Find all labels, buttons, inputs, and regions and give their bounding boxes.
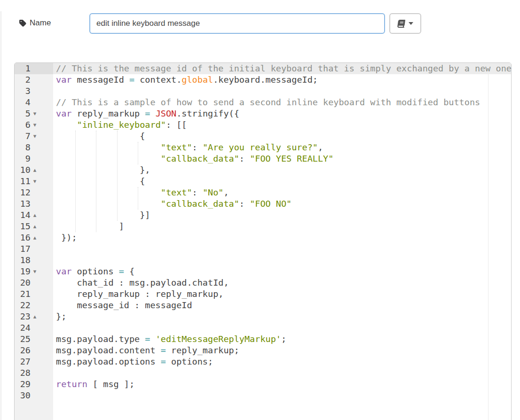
gutter-line-number: 2 bbox=[15, 74, 53, 86]
code-token: "text" bbox=[161, 142, 192, 152]
code-token: reply_markup bbox=[71, 109, 145, 118]
tag-icon bbox=[19, 19, 27, 27]
code-line[interactable]: }; bbox=[53, 311, 511, 322]
code-line[interactable]: msg.payload.options = options; bbox=[53, 356, 511, 367]
code-line[interactable]: message_id : messageId bbox=[53, 300, 511, 311]
gutter-line-number: 19▾ bbox=[15, 266, 53, 277]
code-line[interactable]: chat_id : msg.payload.chatId, bbox=[53, 277, 511, 288]
dialog-left-edge bbox=[0, 11, 1, 420]
code-line[interactable]: "callback_data": "FOO NO" bbox=[53, 198, 511, 210]
code-token: "inline_keyboard" bbox=[77, 120, 166, 130]
code-line[interactable]: }, bbox=[53, 164, 511, 176]
code-line[interactable]: var reply_markup = JSON.stringify({ bbox=[53, 108, 511, 119]
fold-close-icon[interactable]: ▴ bbox=[31, 210, 39, 221]
code-token: : bbox=[192, 187, 203, 197]
code-line[interactable]: reply_markup : reply_markup, bbox=[53, 288, 511, 300]
code-line[interactable] bbox=[53, 390, 511, 401]
gutter-line-number: 20 bbox=[15, 277, 53, 288]
fold-close-icon[interactable]: ▴ bbox=[31, 221, 39, 232]
book-icon bbox=[397, 20, 406, 28]
code-token: // This is the message id of the initial… bbox=[56, 63, 511, 73]
code-editor[interactable]: 12345▾6▾7▾8910▴11▾121314▴15▴16▴171819▾20… bbox=[14, 62, 512, 420]
fold-open-icon[interactable]: ▾ bbox=[31, 108, 39, 119]
code-line[interactable]: }] bbox=[53, 210, 511, 221]
name-input[interactable] bbox=[89, 13, 385, 34]
code-line[interactable] bbox=[53, 86, 511, 97]
gutter-line-number: 29 bbox=[15, 379, 53, 390]
gutter-line-number: 11▾ bbox=[15, 176, 53, 187]
code-token: [ msg ]; bbox=[87, 379, 134, 389]
code-line[interactable] bbox=[53, 367, 511, 379]
code-token: var bbox=[56, 75, 71, 85]
code-token: : bbox=[239, 154, 250, 163]
code-token: msg.payload.content bbox=[56, 345, 161, 355]
code-token: }, bbox=[56, 165, 150, 175]
gutter-line-number: 23▴ bbox=[15, 311, 53, 322]
code-token: options bbox=[71, 266, 118, 276]
fold-close-icon[interactable]: ▴ bbox=[31, 232, 39, 243]
code-token: "No" bbox=[203, 187, 224, 197]
code-token: message_id : messageId bbox=[56, 300, 192, 310]
code-token: reply_markup; bbox=[166, 345, 239, 355]
code-token: }); bbox=[56, 233, 77, 242]
code-token bbox=[56, 120, 77, 130]
gutter-line-number: 7▾ bbox=[15, 131, 53, 142]
code-token bbox=[56, 142, 161, 152]
code-token: { bbox=[124, 266, 134, 276]
code-line[interactable]: var messageId = context.global.keyboard.… bbox=[53, 74, 511, 86]
code-token: = bbox=[145, 334, 150, 344]
fold-close-icon[interactable]: ▴ bbox=[31, 311, 39, 322]
gutter-line-number: 12 bbox=[15, 187, 53, 198]
editor-code-area[interactable]: // This is the message id of the initial… bbox=[53, 63, 511, 420]
code-line[interactable]: var options = { bbox=[53, 266, 511, 277]
fold-open-icon[interactable]: ▾ bbox=[31, 119, 39, 131]
gutter-line-number: 8 bbox=[15, 142, 53, 153]
code-line[interactable]: return [ msg ]; bbox=[53, 379, 511, 390]
gutter-line-number: 22 bbox=[15, 300, 53, 311]
gutter-line-number: 26 bbox=[15, 345, 53, 356]
library-dropdown-button[interactable] bbox=[389, 13, 421, 34]
code-token: ] bbox=[56, 221, 124, 231]
code-token: options; bbox=[166, 357, 213, 366]
code-token: "callback_data" bbox=[161, 154, 239, 163]
gutter-line-number: 10▴ bbox=[15, 164, 53, 176]
code-line[interactable]: ] bbox=[53, 221, 511, 232]
code-line[interactable] bbox=[53, 243, 511, 255]
code-line[interactable]: "inline_keyboard": [[ bbox=[53, 119, 511, 131]
fold-open-icon[interactable]: ▾ bbox=[31, 131, 39, 142]
gutter-line-number: 9 bbox=[15, 153, 53, 164]
gutter-line-number: 16▴ bbox=[15, 232, 53, 243]
code-line[interactable]: "text": "No", bbox=[53, 187, 511, 198]
code-token bbox=[56, 154, 161, 163]
code-line[interactable]: { bbox=[53, 131, 511, 142]
code-line[interactable]: }); bbox=[53, 232, 511, 243]
code-line[interactable]: { bbox=[53, 176, 511, 187]
code-token: var bbox=[56, 266, 71, 276]
gutter-line-number: 27 bbox=[15, 356, 53, 367]
code-token: ; bbox=[281, 334, 286, 344]
caret-down-icon bbox=[409, 22, 413, 25]
code-line[interactable]: msg.payload.content = reply_markup; bbox=[53, 345, 511, 356]
code-token bbox=[56, 187, 161, 197]
gutter-line-number: 3 bbox=[15, 86, 53, 97]
code-line[interactable]: "callback_data": "FOO YES REALLY" bbox=[53, 153, 511, 164]
code-token: : [[ bbox=[166, 120, 187, 130]
function-form-row: Function bbox=[0, 45, 520, 59]
code-token: msg.payload.type bbox=[56, 334, 145, 344]
fold-open-icon[interactable]: ▾ bbox=[31, 176, 39, 187]
code-token: reply_markup : reply_markup, bbox=[56, 289, 223, 299]
gutter-line-number: 4 bbox=[15, 97, 53, 108]
code-line[interactable] bbox=[53, 255, 511, 266]
code-line[interactable] bbox=[53, 322, 511, 334]
code-token: JSON bbox=[156, 109, 177, 118]
code-token: return bbox=[56, 379, 87, 389]
code-line[interactable]: msg.payload.type = 'editMessageReplyMark… bbox=[53, 334, 511, 345]
fold-open-icon[interactable]: ▾ bbox=[31, 266, 39, 277]
code-token: "FOO NO" bbox=[250, 199, 292, 209]
code-line[interactable]: // This is a sample of how to send a sec… bbox=[53, 97, 511, 108]
gutter-line-number: 6▾ bbox=[15, 119, 53, 131]
fold-close-icon[interactable]: ▴ bbox=[31, 164, 39, 176]
code-line[interactable]: "text": "Are you really sure?", bbox=[53, 142, 511, 153]
gutter-line-number: 1 bbox=[15, 63, 53, 74]
code-line[interactable]: // This is the message id of the initial… bbox=[53, 63, 511, 74]
